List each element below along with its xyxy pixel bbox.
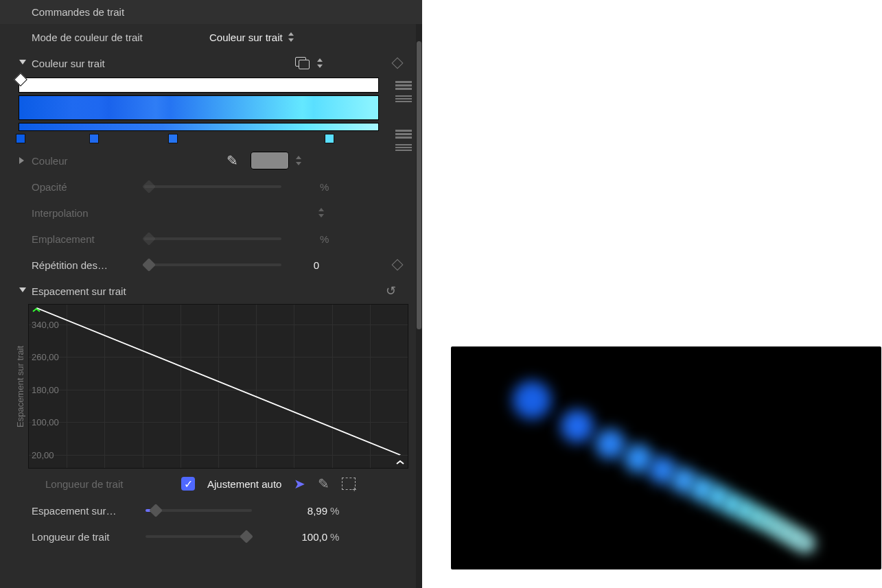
graph-wrap: Espacement sur trait 340,00 260,00 180,0…	[14, 304, 408, 469]
stroke-length-label: Longueur de trait	[32, 531, 143, 543]
opacity-unit: %	[317, 181, 332, 193]
color-stop[interactable]	[168, 134, 178, 143]
section-stroke-controls: Commandes de trait	[0, 0, 422, 24]
gradient-preview-bar	[19, 123, 379, 131]
stroke-length-slider[interactable]	[146, 535, 252, 538]
repetition-value[interactable]: 0	[271, 259, 319, 271]
keyframe-icon[interactable]	[392, 58, 404, 69]
preview-area	[422, 0, 882, 588]
gradient-bar[interactable]	[19, 95, 379, 120]
color-label: Couleur	[32, 155, 162, 167]
stroke-length-unit: %	[327, 531, 343, 543]
autofit-label: Ajustement auto	[207, 478, 281, 490]
color-mode-select[interactable]: Couleur sur trait	[209, 32, 294, 43]
row-color-over-stroke-header: Couleur sur trait	[0, 50, 422, 76]
spacing-on-unit: %	[327, 505, 343, 517]
graph-x-axis-label: Longueur de trait	[45, 478, 169, 490]
reset-icon[interactable]: ↺	[386, 283, 396, 298]
graph-toolbar: Longueur de trait ✓ Ajustement auto ➤ ✎	[14, 469, 408, 497]
preset-stack-icon[interactable]	[295, 57, 310, 69]
row-color-mode: Mode de couleur de trait Couleur sur tra…	[0, 24, 422, 50]
location-unit: %	[317, 233, 332, 245]
color-mode-label: Mode de couleur de trait	[32, 32, 162, 43]
row-interpolation: Interpolation	[0, 200, 422, 226]
box-select-tool-icon[interactable]	[342, 478, 356, 490]
updown-icon[interactable]	[318, 208, 324, 217]
opacity-slider[interactable]	[144, 185, 281, 188]
opacity-bar[interactable]	[19, 78, 379, 93]
inspector-panel: Commandes de trait Mode de couleur de tr…	[0, 0, 422, 588]
color-stop[interactable]	[16, 134, 25, 143]
distribute-tags-icon[interactable]	[395, 95, 412, 106]
gradient-editor[interactable]	[0, 78, 422, 131]
row-color: Couleur ✎	[0, 148, 422, 174]
eyedropper-icon[interactable]: ✎	[227, 152, 238, 169]
spacing-graph[interactable]: 340,00 260,00 180,00 100,00 20,00	[28, 304, 408, 469]
keyframe-icon[interactable]	[392, 259, 404, 271]
distribute-icon[interactable]	[395, 81, 412, 92]
svg-line-0	[36, 308, 400, 455]
row-repetition: Répétition des… 0	[0, 252, 422, 278]
spacing-on-label: Espacement sur…	[32, 505, 143, 517]
curve-point-end[interactable]	[395, 457, 405, 464]
disclosure-arrow-icon[interactable]	[19, 60, 26, 67]
disclosure-arrow-icon[interactable]	[19, 157, 26, 164]
interpolation-label: Interpolation	[32, 207, 162, 219]
disclosure-arrow-icon[interactable]	[19, 287, 26, 294]
repetition-slider[interactable]	[144, 263, 281, 266]
graph-curve[interactable]	[29, 305, 408, 468]
section-title: Commandes de trait	[32, 6, 162, 18]
color-mode-value: Couleur sur trait	[209, 32, 283, 43]
row-spacing-on: Espacement sur… 8,99 %	[0, 497, 422, 524]
location-slider[interactable]	[144, 237, 281, 240]
spacing-section: Espacement sur trait ↺ Espacement sur tr…	[0, 278, 422, 497]
autofit-checkbox[interactable]: ✓	[181, 477, 195, 491]
spacing-on-slider[interactable]	[146, 509, 252, 512]
slider-thumb[interactable]	[149, 504, 163, 517]
row-stroke-length: Longueur de trait 100,0 %	[0, 524, 422, 550]
curve-point-start[interactable]	[32, 305, 41, 311]
color-well[interactable]	[251, 152, 289, 169]
slider-thumb[interactable]	[240, 530, 253, 543]
row-location: Emplacement %	[0, 226, 422, 252]
updown-icon[interactable]	[296, 156, 301, 165]
pencil-tool-icon[interactable]: ✎	[318, 475, 329, 492]
color-stop[interactable]	[325, 134, 334, 143]
updown-icon	[288, 32, 294, 42]
graph-y-axis-label: Espacement sur trait	[14, 304, 27, 469]
stroke-length-value[interactable]: 100,0	[279, 531, 327, 543]
color-over-stroke-label: Couleur sur trait	[32, 58, 162, 69]
color-stop[interactable]	[89, 134, 99, 143]
spacing-header-row: Espacement sur trait ↺	[14, 278, 408, 304]
reverse-icon[interactable]	[395, 130, 412, 141]
gradient-top-buttons	[395, 81, 412, 106]
spacing-header: Espacement sur trait	[32, 285, 162, 297]
row-opacity: Opacité %	[0, 174, 422, 200]
pointer-tool-icon[interactable]: ➤	[294, 475, 305, 492]
canvas-preview	[451, 346, 881, 569]
spacing-on-value[interactable]: 8,99	[279, 505, 327, 517]
updown-icon[interactable]	[317, 58, 323, 68]
